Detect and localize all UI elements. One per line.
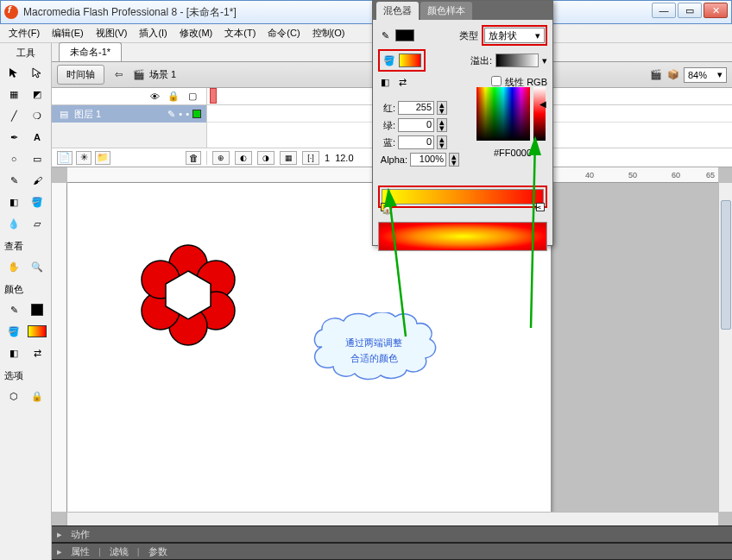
blue-input[interactable]: 0 [398,135,434,149]
timeline-toggle-button[interactable]: 时间轴 [57,65,104,85]
pencil-icon: ✎ [378,28,392,42]
menu-modify[interactable]: 修改(M) [174,25,218,41]
hue-bar[interactable] [533,87,546,141]
outline-icon[interactable]: ▢ [186,90,199,104]
onion-marker-button[interactable]: [·] [302,151,319,165]
scroll-thumb[interactable] [721,200,731,330]
scene-breadcrumb[interactable]: 🎬 场景 1 [132,68,176,82]
oval-tool[interactable]: ○ [3,149,24,168]
eye-icon[interactable]: 👁 [148,90,161,104]
menu-view[interactable]: 视图(V) [91,25,133,41]
new-guide-button[interactable]: ✳ [76,151,92,165]
callout-line1: 通过两端调整 [345,337,402,348]
layer-icon: ▤ [57,107,71,121]
pencil-tool[interactable]: ✎ [3,171,24,190]
overflow-combo[interactable] [495,53,539,67]
ink-bottle-tool[interactable]: ◧ [3,192,24,211]
menu-edit[interactable]: 编辑(E) [47,25,89,41]
maximize-button[interactable]: ▭ [678,3,702,18]
menu-text[interactable]: 文本(T) [219,25,261,41]
ruler-vertical [52,183,67,512]
rectangle-tool[interactable]: ▭ [27,149,47,168]
properties-panel-bar[interactable]: ▸ 属性 | 滤镜 | 参数 [52,543,732,560]
swatches-tab[interactable]: 颜色样本 [420,2,472,20]
text-tool[interactable]: A [27,128,47,147]
green-spinner[interactable]: ▴▾ [437,118,447,132]
type-label: 类型 [459,29,478,42]
close-button[interactable]: ✕ [704,3,728,18]
linear-rgb-checkbox[interactable] [491,76,502,86]
menu-control[interactable]: 控制(O) [307,25,350,41]
menu-commands[interactable]: 命令(C) [262,25,305,41]
stroke-color-tool[interactable]: ✎ [3,300,24,319]
layer-row[interactable]: ▤ 图层 1 ✎ •• [52,105,206,123]
document-tab[interactable]: 未命名-1* [59,42,122,61]
alpha-spinner[interactable]: ▴▾ [449,153,459,167]
edit-scene-icon[interactable]: 🎬 [649,68,663,82]
layer-name: 图层 1 [74,108,101,121]
flower-shape[interactable] [136,243,240,347]
actions-panel-bar[interactable]: ▸ 动作 [52,525,732,543]
brush-tool[interactable]: 🖌 [27,171,47,190]
blue-spinner[interactable]: ▴▾ [437,135,447,149]
playhead[interactable] [210,88,217,104]
menu-file[interactable]: 文件(F) [3,25,45,41]
stroke-swatch[interactable] [395,29,414,41]
hand-tool[interactable]: ✋ [3,257,24,276]
paint-bucket-tool[interactable]: 🪣 [27,192,47,211]
fill-color-tool[interactable]: 🪣 [3,322,24,341]
zoom-combo[interactable]: 84%▾ [684,67,727,83]
bw-icon[interactable]: ◧ [378,75,392,89]
gradient-transform-tool[interactable]: ◩ [27,85,47,104]
green-input[interactable]: 0 [398,118,434,132]
layer-outline-color[interactable] [192,110,201,118]
eyedropper-tool[interactable]: 💧 [3,214,24,233]
scrollbar-vertical[interactable] [718,183,732,512]
menu-insert[interactable]: 插入(I) [134,25,172,41]
minimize-button[interactable]: — [652,3,676,18]
mixer-tab[interactable]: 混色器 [376,2,419,20]
delete-layer-button[interactable]: 🗑 [186,151,201,165]
option-snap[interactable]: ⬡ [3,387,24,406]
swap-colors-button[interactable]: ⇄ [27,343,47,362]
toolbox: 工具 ▦ ◩ ╱ ❍ ✒ A ○ ▭ ✎ 🖌 ◧ 🪣 💧 ▱ 查看 ✋ 🔍 颜色… [0,43,52,560]
color-picker[interactable]: ◀ [476,87,546,153]
titlebar: Macromedia Flash Professional 8 - [未命名-1… [0,0,732,24]
hex-value[interactable]: #FF0000 [494,148,532,158]
alpha-input[interactable]: 100% [410,153,446,167]
new-layer-button[interactable]: 📄 [57,151,73,165]
lasso-tool[interactable]: ❍ [27,106,47,125]
scrollbar-horizontal[interactable] [67,512,718,525]
option-lock[interactable]: 🔒 [27,387,47,406]
gradient-bar[interactable]: 🏠 ✂ [382,189,544,204]
eraser-tool[interactable]: ▱ [27,214,47,233]
fill-swatch[interactable] [399,53,421,67]
onion-outline-button[interactable]: ◑ [257,151,274,165]
green-label: 绿: [378,119,395,132]
subselect-tool[interactable] [27,63,47,82]
new-folder-button[interactable]: 📁 [95,151,110,165]
edit-multiple-button[interactable]: ▦ [280,151,297,165]
color-mixer-panel[interactable]: 混色器 颜色样本 ✎ 类型 放射状▾ 🪣 溢出: ▾ ◧ ⇄ 线性 R [372,0,553,246]
edit-symbol-icon[interactable]: 📦 [666,68,680,82]
free-transform-tool[interactable]: ▦ [3,85,24,104]
fill-type-combo[interactable]: 放射状▾ [484,28,545,43]
onion-skin-button[interactable]: ◐ [235,151,252,165]
pen-tool[interactable]: ✒ [3,128,24,147]
line-tool[interactable]: ╱ [3,106,24,125]
fill-color-swatch[interactable] [27,322,47,341]
lock-icon[interactable]: 🔒 [167,90,180,104]
red-input[interactable]: 255 [398,101,434,115]
colors-section-label: 颜色 [3,279,24,298]
spectrum[interactable] [476,87,530,141]
stroke-color-swatch[interactable] [27,300,47,319]
selection-tool[interactable] [3,63,24,82]
red-spinner[interactable]: ▴▾ [437,101,447,115]
gradient-stop-left[interactable]: 🏠 [381,203,389,211]
zoom-tool[interactable]: 🔍 [27,257,47,276]
center-frame-button[interactable]: ⊕ [212,151,230,165]
bw-button[interactable]: ◧ [3,343,24,362]
ruler-tick: 60 [672,171,680,179]
swap-icon[interactable]: ⇄ [395,75,409,89]
back-icon[interactable]: ⇦ [111,68,125,82]
